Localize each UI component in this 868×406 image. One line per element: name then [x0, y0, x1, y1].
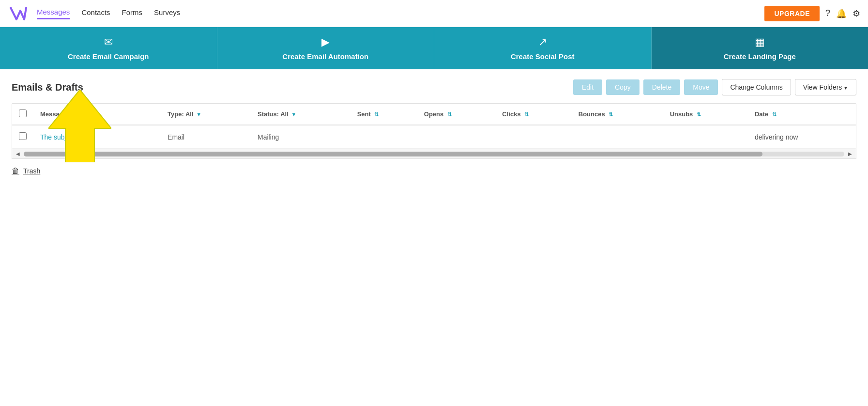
create-email-automation-button[interactable]: ▶ Create Email Automation — [217, 27, 435, 69]
sort-message-name-icon: ⇅ — [90, 111, 94, 117]
create-social-post-label: Create Social Post — [511, 52, 575, 61]
bell-icon[interactable]: 🔔 — [836, 8, 847, 19]
trash-link[interactable]: 🗑 Trash — [12, 167, 40, 175]
row-unsubs — [663, 125, 748, 149]
messages-table: Message Name ⇅ Type: All ▼ Status: All ▼ — [12, 104, 856, 149]
row-date: delivering now — [748, 125, 856, 149]
row-checkbox-cell — [12, 125, 33, 149]
scroll-left-arrow[interactable]: ◀ — [14, 150, 22, 158]
col-date[interactable]: Date ⇅ — [748, 104, 856, 125]
filter-status-icon: ▼ — [291, 111, 296, 117]
nav-right: UPGRADE ? 🔔 ⚙ — [764, 6, 860, 21]
create-email-automation-label: Create Email Automation — [282, 52, 368, 61]
message-name-link[interactable]: The subject — [40, 133, 75, 141]
sort-date-icon: ⇅ — [772, 111, 777, 117]
row-opens — [417, 125, 496, 149]
create-landing-page-label: Create Landing Page — [724, 52, 796, 61]
social-icon: ↗ — [538, 36, 547, 48]
footer: 🗑 Trash — [0, 159, 868, 183]
top-navigation: Messages Contacts Forms Surveys UPGRADE … — [0, 0, 868, 27]
nav-surveys[interactable]: Surveys — [154, 8, 180, 18]
row-bounces — [572, 125, 663, 149]
section-title: Emails & Drafts — [12, 82, 83, 93]
horizontal-scrollbar[interactable]: ◀ ▶ — [12, 149, 856, 159]
trash-icon: 🗑 — [12, 167, 19, 175]
create-landing-page-button[interactable]: ▦ Create Landing Page — [652, 27, 868, 69]
help-icon[interactable]: ? — [825, 8, 830, 18]
row-status: Mailing — [251, 125, 350, 149]
nav-contacts[interactable]: Contacts — [81, 8, 110, 18]
sort-opens-icon: ⇅ — [447, 111, 452, 117]
main-content: Emails & Drafts Edit Copy Delete Move Ch… — [0, 69, 868, 159]
nav-links: Messages Contacts Forms Surveys — [37, 8, 764, 19]
col-opens[interactable]: Opens ⇅ — [417, 104, 496, 125]
sort-unsubs-icon: ⇅ — [697, 111, 701, 117]
view-folders-button[interactable]: View Folders — [795, 79, 856, 95]
sort-sent-icon: ⇅ — [374, 111, 379, 117]
change-columns-button[interactable]: Change Columns — [722, 79, 791, 95]
table-header-row: Message Name ⇅ Type: All ▼ Status: All ▼ — [12, 104, 856, 125]
settings-icon[interactable]: ⚙ — [853, 8, 860, 19]
col-bounces[interactable]: Bounces ⇅ — [572, 104, 663, 125]
create-email-campaign-button[interactable]: ✉ Create Email Campaign — [0, 27, 217, 69]
col-message-name[interactable]: Message Name ⇅ — [33, 104, 161, 125]
create-social-post-button[interactable]: ↗ Create Social Post — [434, 27, 652, 69]
table-wrapper: Message Name ⇅ Type: All ▼ Status: All ▼ — [12, 103, 856, 149]
row-clicks — [495, 125, 571, 149]
trash-label: Trash — [23, 167, 40, 175]
row-message-name[interactable]: The subject — [33, 125, 161, 149]
row-checkbox[interactable] — [19, 132, 27, 140]
nav-messages[interactable]: Messages — [37, 8, 70, 19]
create-email-campaign-label: Create Email Campaign — [68, 52, 149, 61]
col-type[interactable]: Type: All ▼ — [161, 104, 251, 125]
email-icon: ✉ — [104, 36, 113, 48]
filter-type-icon: ▼ — [196, 111, 201, 117]
logo[interactable] — [8, 4, 27, 23]
header-actions: Edit Copy Delete Move Change Columns Vie… — [573, 79, 856, 95]
landing-page-icon: ▦ — [755, 36, 765, 48]
copy-button[interactable]: Copy — [606, 79, 640, 95]
scroll-thumb — [24, 152, 762, 156]
table-row: The subject Email Mailing delivering now — [12, 125, 856, 149]
row-sent — [350, 125, 417, 149]
automation-icon: ▶ — [321, 36, 330, 48]
move-button[interactable]: Move — [684, 79, 718, 95]
sort-clicks-icon: ⇅ — [524, 111, 529, 117]
action-bar: ✉ Create Email Campaign ▶ Create Email A… — [0, 27, 868, 69]
row-type: Email — [161, 125, 251, 149]
edit-button[interactable]: Edit — [573, 79, 602, 95]
scroll-right-arrow[interactable]: ▶ — [846, 150, 854, 158]
select-all-checkbox[interactable] — [19, 109, 27, 117]
delete-button[interactable]: Delete — [643, 79, 680, 95]
scroll-track[interactable] — [24, 152, 844, 156]
col-sent[interactable]: Sent ⇅ — [350, 104, 417, 125]
col-status[interactable]: Status: All ▼ — [251, 104, 350, 125]
nav-forms[interactable]: Forms — [122, 8, 143, 18]
select-all-cell — [12, 104, 33, 125]
col-unsubs[interactable]: Unsubs ⇅ — [663, 104, 748, 125]
sort-bounces-icon: ⇅ — [609, 111, 613, 117]
col-clicks[interactable]: Clicks ⇅ — [495, 104, 571, 125]
content-header: Emails & Drafts Edit Copy Delete Move Ch… — [12, 79, 856, 95]
upgrade-button[interactable]: UPGRADE — [764, 6, 820, 21]
